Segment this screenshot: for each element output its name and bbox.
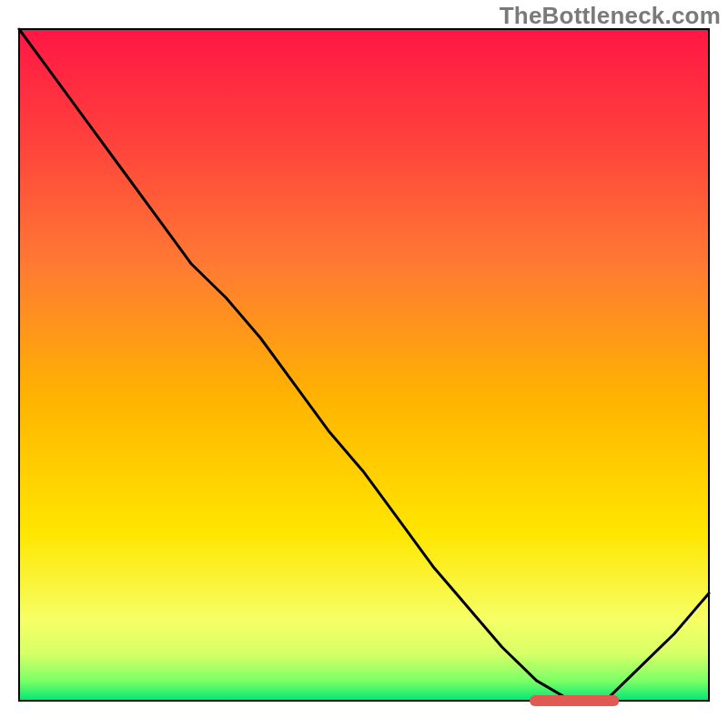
chart-stage: { "watermark": "TheBottleneck.com", "col… <box>0 0 728 728</box>
plot-background <box>19 29 709 701</box>
bottleneck-chart <box>0 0 728 728</box>
optimal-range-marker <box>530 695 620 706</box>
